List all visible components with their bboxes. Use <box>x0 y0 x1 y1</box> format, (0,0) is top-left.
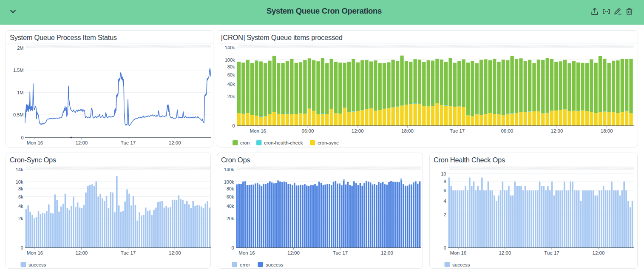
svg-text:06:00: 06:00 <box>302 128 314 133</box>
svg-text:18:00: 18:00 <box>601 128 613 133</box>
svg-text:0: 0 <box>20 245 23 250</box>
svg-text:1.5M: 1.5M <box>13 68 23 73</box>
svg-text:12:00: 12:00 <box>593 250 605 255</box>
svg-text:Tue 17: Tue 17 <box>450 128 465 133</box>
svg-text:80k: 80k <box>227 64 235 69</box>
svg-text:0: 0 <box>443 245 446 250</box>
svg-text:18:00: 18:00 <box>401 128 414 133</box>
svg-text:0: 0 <box>232 123 235 128</box>
svg-text:20k: 20k <box>227 216 234 221</box>
svg-text:140k: 140k <box>224 167 234 172</box>
svg-text:Tue 17: Tue 17 <box>333 250 348 255</box>
svg-text:20k: 20k <box>227 94 235 99</box>
svg-text:cron-health-check: cron-health-check <box>264 140 303 145</box>
svg-text:success: success <box>28 262 46 267</box>
svg-text:Mon 16: Mon 16 <box>27 250 43 255</box>
svg-text:12:00: 12:00 <box>169 140 181 145</box>
svg-text:2: 2 <box>443 212 446 217</box>
svg-text:14k: 14k <box>16 167 23 172</box>
svg-text:80k: 80k <box>227 186 234 191</box>
svg-text:Tue 17: Tue 17 <box>121 250 136 255</box>
svg-text:60k: 60k <box>227 194 234 199</box>
svg-text:8: 8 <box>443 179 446 184</box>
svg-text:140k: 140k <box>225 45 235 50</box>
svg-text:12:00: 12:00 <box>352 128 364 133</box>
svg-text:Tue 17: Tue 17 <box>544 250 559 255</box>
svg-text:0: 0 <box>231 245 234 250</box>
svg-text:12:00: 12:00 <box>169 250 181 255</box>
svg-text:cron-sync: cron-sync <box>318 140 339 145</box>
svg-text:40k: 40k <box>227 204 234 209</box>
svg-text:60k: 60k <box>227 72 235 77</box>
svg-text:2k: 2k <box>18 216 23 221</box>
svg-text:6k: 6k <box>18 194 23 199</box>
svg-text:40k: 40k <box>227 82 235 87</box>
svg-text:4: 4 <box>443 198 446 204</box>
svg-text:Tue 17: Tue 17 <box>121 140 136 145</box>
svg-text:10k: 10k <box>16 179 23 184</box>
svg-text:4k: 4k <box>18 204 23 209</box>
svg-text:Mon 16: Mon 16 <box>250 128 266 133</box>
svg-text:Mon 16: Mon 16 <box>238 250 255 255</box>
svg-text:12:00: 12:00 <box>499 250 511 255</box>
svg-text:12:00: 12:00 <box>75 140 88 145</box>
svg-text:0.5M: 0.5M <box>13 112 23 117</box>
svg-text:12:00: 12:00 <box>551 128 563 133</box>
svg-text:cron: cron <box>240 140 250 145</box>
svg-text:Mon 16: Mon 16 <box>27 140 43 145</box>
svg-text:100k: 100k <box>224 179 234 184</box>
svg-text:2M: 2M <box>17 45 23 51</box>
svg-text:100k: 100k <box>225 57 235 62</box>
svg-text:8k: 8k <box>18 186 23 191</box>
svg-text:Mon 16: Mon 16 <box>450 250 466 255</box>
svg-text:0: 0 <box>21 135 23 140</box>
svg-text:error: error <box>240 262 250 267</box>
svg-text:6: 6 <box>443 188 446 193</box>
svg-text:12:00: 12:00 <box>287 250 300 255</box>
svg-text:success: success <box>452 262 470 267</box>
svg-text:12:00: 12:00 <box>75 250 88 255</box>
svg-text:12:00: 12:00 <box>381 250 393 255</box>
svg-text:success: success <box>266 262 284 267</box>
svg-text:1M: 1M <box>17 90 23 95</box>
svg-text:10: 10 <box>441 171 446 176</box>
svg-text:06:00: 06:00 <box>501 128 513 133</box>
